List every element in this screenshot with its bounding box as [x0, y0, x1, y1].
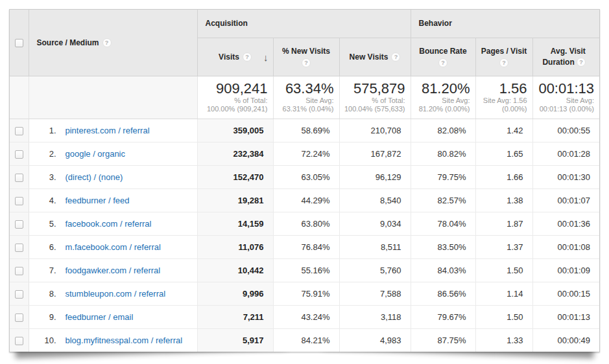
column-header-bounce-rate[interactable]: Bounce Rate ? — [411, 38, 475, 76]
pages-visit-label: Pages / Visit — [481, 47, 527, 56]
pages-visit-cell: 1.37 — [475, 235, 532, 258]
table-row: 6.m.facebook.com / referral 11,076 76.84… — [10, 235, 599, 258]
avg-visit-duration-cell: 00:01:07 — [532, 188, 599, 212]
source-medium-link[interactable]: (direct) / (none) — [66, 172, 123, 182]
source-medium-cell: 5.facebook.com / referral — [29, 212, 197, 235]
source-medium-table-card: Source / Medium ? Acquisition Behavior — [9, 9, 600, 352]
help-icon[interactable]: ? — [438, 58, 448, 67]
source-medium-link[interactable]: pinterest.com / referral — [66, 126, 150, 135]
group-header-row: Source / Medium ? Acquisition Behavior — [10, 10, 599, 38]
totals-source-cell — [29, 76, 197, 119]
row-rank: 4. — [34, 196, 56, 205]
visits-cell: 9,996 — [197, 282, 273, 305]
new-visits-cell: 8,511 — [339, 235, 411, 258]
row-checkbox[interactable] — [15, 244, 23, 252]
help-icon[interactable]: ? — [302, 58, 311, 67]
pct-new-visits-cell: 55.16% — [273, 258, 339, 282]
new-visits-cell: 7,588 — [339, 282, 411, 305]
help-icon[interactable]: ? — [499, 58, 508, 67]
column-header-visits[interactable]: Visits ? ↓ — [197, 38, 273, 76]
source-medium-link[interactable]: foodgawker.com / referral — [66, 266, 161, 275]
row-checkbox[interactable] — [15, 290, 23, 299]
pages-visit-cell: 1.50 — [475, 258, 532, 282]
source-medium-link[interactable]: feedburner / feed — [66, 196, 130, 205]
source-medium-cell: 4.feedburner / feed — [29, 188, 197, 212]
visits-cell: 14,159 — [197, 212, 273, 235]
source-medium-cell: 7.foodgawker.com / referral — [29, 258, 197, 282]
row-checkbox[interactable] — [15, 220, 23, 229]
new-visits-label: New Visits — [350, 52, 388, 62]
row-checkbox[interactable] — [15, 127, 23, 135]
totals-checkbox-cell — [10, 76, 29, 119]
table-row: 10.blog.myfitnesspal.com / referral 5,91… — [10, 328, 599, 352]
select-all-header-cell — [10, 10, 29, 76]
source-medium-cell: 9.feedburner / email — [29, 305, 197, 328]
table-row: 1.pinterest.com / referral 359,005 58.69… — [10, 119, 599, 142]
column-header-new-visits[interactable]: New Visits ? — [339, 38, 411, 76]
visits-cell: 5,917 — [197, 328, 273, 352]
row-checkbox[interactable] — [15, 267, 23, 275]
source-medium-link[interactable]: m.facebook.com / referral — [66, 242, 161, 252]
help-icon[interactable]: ? — [243, 52, 252, 62]
analytics-report: Source / Medium ? Acquisition Behavior — [0, 0, 609, 364]
source-medium-cell: 8.stumbleupon.com / referral — [29, 282, 197, 305]
totals-avg-visit-duration: 00:01:13 Site Avg: 00:01:13 (0.00%) — [532, 76, 599, 119]
row-checkbox[interactable] — [15, 150, 23, 159]
totals-new-visits: 575,879 % of Total: 100.04% (575,633) — [339, 76, 411, 119]
group-header-acquisition: Acquisition — [197, 10, 411, 38]
avg-visit-duration-cell: 00:01:30 — [532, 165, 599, 188]
new-visits-cell: 210,708 — [339, 119, 411, 142]
help-icon[interactable]: ? — [577, 58, 586, 67]
source-medium-link[interactable]: stumbleupon.com / referral — [66, 289, 166, 299]
select-all-checkbox[interactable] — [15, 39, 23, 47]
table-body: 1.pinterest.com / referral 359,005 58.69… — [10, 119, 599, 352]
bounce-rate-cell: 84.03% — [411, 258, 475, 282]
visits-cell: 19,281 — [197, 188, 273, 212]
visits-cell: 11,076 — [197, 235, 273, 258]
row-checkbox-cell — [10, 235, 29, 258]
totals-pct-new-visits: 63.34% Site Avg: 63.31% (0.04%) — [273, 76, 339, 119]
pct-new-visits-cell: 84.21% — [273, 328, 339, 352]
avg-visit-duration-cell: 00:01:09 — [532, 258, 599, 282]
row-rank: 9. — [34, 312, 56, 322]
source-medium-link[interactable]: blog.myfitnesspal.com / referral — [66, 336, 183, 345]
source-medium-link[interactable]: google / organic — [66, 149, 126, 159]
row-checkbox-cell — [10, 258, 29, 282]
bounce-rate-cell: 78.04% — [411, 212, 475, 235]
row-checkbox[interactable] — [15, 197, 23, 205]
source-medium-cell: 2.google / organic — [29, 142, 197, 165]
row-rank: 10. — [34, 336, 56, 345]
help-icon[interactable]: ? — [391, 52, 400, 62]
sort-descending-icon[interactable]: ↓ — [263, 51, 269, 62]
column-header-pct-new-visits[interactable]: % New Visits ? — [273, 38, 339, 76]
avg-visit-duration-cell: 00:00:15 — [532, 282, 599, 305]
pct-new-visits-cell: 58.69% — [273, 119, 339, 142]
visits-cell: 359,005 — [197, 119, 273, 142]
row-checkbox[interactable] — [15, 313, 23, 322]
source-medium-link[interactable]: feedburner / email — [66, 312, 134, 322]
avg-visit-duration-cell: 00:01:28 — [532, 142, 599, 165]
pages-visit-cell: 1.14 — [475, 282, 532, 305]
column-header-pages-visit[interactable]: Pages / Visit ? — [475, 38, 532, 76]
bounce-rate-cell: 82.08% — [411, 119, 475, 142]
table-row: 3.(direct) / (none) 152,470 63.05% 96,12… — [10, 165, 599, 188]
avg-visit-duration-cell: 00:00:55 — [532, 119, 599, 142]
pct-new-visits-cell: 43.24% — [273, 305, 339, 328]
new-visits-cell: 9,034 — [339, 212, 411, 235]
table-row: 4.feedburner / feed 19,281 44.29% 8,540 … — [10, 188, 599, 212]
column-header-avg-visit-duration[interactable]: Avg. Visit Duration ? — [532, 38, 599, 76]
bounce-rate-cell: 80.82% — [411, 142, 475, 165]
column-header-source-medium[interactable]: Source / Medium ? — [29, 10, 197, 76]
pct-new-visits-cell: 72.24% — [273, 142, 339, 165]
row-checkbox-cell — [10, 282, 29, 305]
row-checkbox[interactable] — [15, 337, 23, 345]
bounce-rate-cell: 83.50% — [411, 235, 475, 258]
pages-visit-cell: 1.50 — [475, 305, 532, 328]
visits-cell: 232,384 — [197, 142, 273, 165]
pages-visit-cell: 1.33 — [475, 328, 532, 352]
bounce-rate-cell: 86.56% — [411, 282, 475, 305]
new-visits-cell: 8,540 — [339, 188, 411, 212]
row-checkbox[interactable] — [15, 174, 23, 182]
source-medium-link[interactable]: facebook.com / referral — [66, 219, 152, 229]
help-icon[interactable]: ? — [102, 38, 112, 47]
